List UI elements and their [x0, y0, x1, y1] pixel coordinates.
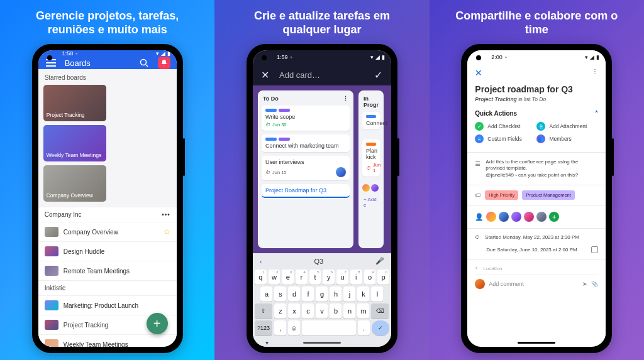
card-location[interactable]: Project Tracking in list To Do [475, 96, 598, 102]
key-backspace[interactable]: ⌫ [371, 303, 389, 319]
key-b[interactable]: b [330, 303, 341, 319]
key-a[interactable]: a [260, 286, 272, 302]
members-row[interactable]: 👤 + [475, 208, 598, 226]
key-v[interactable]: v [316, 303, 328, 319]
location-row[interactable]: ⌖ Location [475, 262, 598, 275]
key-x[interactable]: x [288, 303, 300, 319]
key-u[interactable]: u7 [336, 270, 348, 285]
key-k[interactable]: k [357, 286, 369, 302]
member-add-button[interactable]: + [549, 212, 559, 222]
member-avatar[interactable] [524, 212, 534, 222]
key-j[interactable]: j [343, 286, 355, 302]
key-space[interactable] [302, 320, 356, 335]
key-symbols[interactable]: ?123 [255, 320, 272, 335]
attach-icon[interactable]: 📎 [591, 281, 598, 287]
workspace-header-inktistic[interactable]: Inktistic [38, 280, 177, 295]
key-o[interactable]: o9 [364, 270, 376, 285]
key-y[interactable]: y6 [323, 270, 335, 285]
create-board-fab[interactable]: + [147, 313, 168, 334]
close-icon[interactable]: ✕ [475, 68, 482, 78]
comment-input[interactable]: Add comment [489, 281, 579, 287]
label-high-priority[interactable]: High Priority [485, 190, 518, 200]
close-icon[interactable]: ✕ [259, 68, 272, 81]
quick-actions-header[interactable]: Quick Actions ˄ [475, 107, 598, 119]
keyboard-suggestion[interactable]: Q3 [314, 258, 323, 265]
chevron-left-icon[interactable]: ‹ [260, 258, 262, 265]
key-l[interactable]: l [371, 286, 383, 302]
key-d[interactable]: d [288, 286, 300, 302]
workspace-header-company-inc[interactable]: Company Inc ••• [38, 207, 177, 222]
card-plan-kick[interactable]: Plan kick ⏱Jun 1 [362, 139, 380, 177]
card-write-scope[interactable]: Write scope ⏱Jun 30 [262, 106, 350, 131]
add-card-link[interactable]: + Add c [362, 195, 380, 209]
card-connect-marketing[interactable]: Connect with marketing team [262, 134, 350, 152]
search-icon[interactable] [138, 57, 150, 69]
board-row-marketing-product-launch[interactable]: Marketing: Product Launch [38, 295, 177, 315]
key-h[interactable]: h [330, 286, 341, 302]
key-s[interactable]: s [274, 286, 286, 302]
key-g[interactable]: g [316, 286, 328, 302]
card-title[interactable]: Project roadmap for Q3 [475, 84, 598, 94]
key-emoji[interactable]: ☺ [288, 320, 300, 335]
nav-keyboard-hide-icon[interactable]: ▾ [265, 339, 269, 346]
member-avatar[interactable] [486, 212, 496, 222]
star-icon[interactable]: ☆ [164, 227, 170, 236]
mic-icon[interactable]: 🎤 [375, 257, 384, 265]
key-comma[interactable]: , [274, 320, 286, 335]
key-n[interactable]: n [343, 303, 355, 319]
key-t[interactable]: t5 [309, 270, 321, 285]
board-card-project-tracking[interactable]: Project Tracking [43, 85, 106, 121]
new-card-input[interactable]: Project Roadmap for Q3 [262, 184, 350, 198]
key-p[interactable]: p0 [377, 270, 389, 285]
list-menu-icon[interactable]: ⋮ [343, 95, 348, 102]
board-row-company-overview[interactable]: Company Overview☆ [38, 222, 177, 241]
current-user-avatar [475, 279, 485, 289]
board-row-remote-team-meetings[interactable]: Remote Team Meetings [38, 261, 177, 280]
more-icon[interactable]: ••• [162, 211, 170, 218]
board-card-company-overview[interactable]: Company Overview [43, 165, 106, 202]
member-avatar[interactable] [499, 212, 509, 222]
chevron-up-icon[interactable]: ˄ [595, 110, 598, 117]
board-row-weekly-team-meetings[interactable]: Weekly Team Meetings [38, 334, 177, 347]
key-m[interactable]: m [357, 303, 369, 319]
label-product-management[interactable]: Product Management [522, 190, 575, 200]
key-q[interactable]: q1 [255, 270, 267, 285]
send-icon[interactable]: ➤ [582, 281, 587, 287]
key-z[interactable]: z [274, 303, 286, 319]
board-row-design-huddle[interactable]: Design Huddle [38, 241, 177, 261]
key-enter[interactable]: ✓ [372, 320, 389, 335]
due-date-row[interactable]: Due Saturday, June 10, 2023 at 2:00 PM [475, 243, 598, 256]
key-shift[interactable]: ⇧ [255, 303, 272, 319]
more-icon[interactable]: ⋮ [592, 68, 598, 78]
board-thumb [45, 320, 58, 330]
key-c[interactable]: c [302, 303, 314, 319]
due-complete-checkbox[interactable] [591, 246, 598, 253]
signal-icon: ◢ [590, 54, 594, 60]
on-screen-keyboard[interactable]: ‹ Q3 🎤 q1w2e3r4t5y6u7i8o9p0 asdfghjkl ⇧ … [253, 253, 391, 338]
labels-row[interactable]: 🏷 High Priority Product Management [475, 188, 598, 202]
key-row-4: ?123 , ☺ . ✓ [255, 320, 389, 335]
qa-add-attachment[interactable]: ⎘Add Attachment [536, 122, 596, 131]
card-user-interviews[interactable]: User interviews ⏱Jun 15 [262, 156, 350, 180]
qa-add-checklist[interactable]: ✓Add Checklist [475, 122, 534, 131]
confirm-icon[interactable]: ✓ [372, 68, 385, 81]
card-connect[interactable]: Connect [362, 112, 380, 129]
board-canvas[interactable]: To Do ⋮ Write scope ⏱Jun 30 Connect with… [253, 85, 391, 253]
clock-icon: ⏱ [475, 234, 480, 240]
qa-custom-fields[interactable]: ≡Custom Fields [475, 134, 534, 143]
key-e[interactable]: e3 [282, 270, 294, 285]
key-f[interactable]: f [302, 286, 314, 302]
key-period[interactable]: . [358, 320, 370, 335]
notifications-button[interactable] [158, 57, 170, 69]
member-avatar[interactable] [511, 212, 521, 222]
key-r[interactable]: r4 [296, 270, 308, 285]
board-card-weekly-team-meetings[interactable]: Weekly Team Meetings [43, 125, 106, 161]
start-date-row[interactable]: ⏱ Started Monday, May 22, 2023 at 3:30 P… [475, 231, 598, 243]
key-i[interactable]: i8 [350, 270, 362, 285]
qa-members[interactable]: 👥Members [536, 134, 596, 143]
list-in-progress[interactable]: In Progr Connect Plan kick ⏱Jun 1 + Add … [358, 90, 384, 248]
list-to-do[interactable]: To Do ⋮ Write scope ⏱Jun 30 Connect with… [258, 90, 353, 248]
key-w[interactable]: w2 [269, 270, 280, 285]
description-row[interactable]: ≣ Add this to the confluence page using … [475, 155, 598, 182]
member-avatar[interactable] [536, 212, 547, 222]
